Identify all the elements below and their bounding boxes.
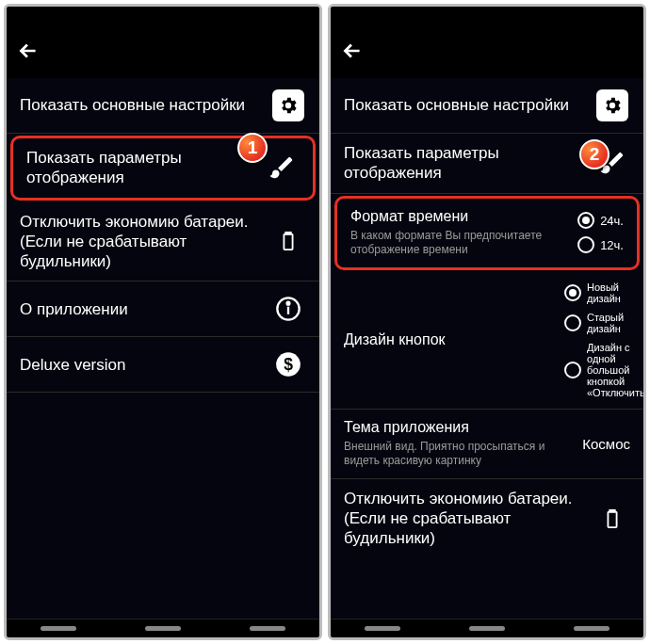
row-label: О приложении (20, 299, 270, 319)
row-label: Показать параметры отображения (344, 143, 594, 184)
row-theme[interactable]: Тема приложения Внешний вид. Приятно про… (331, 410, 643, 479)
row-label: Показать параметры отображения (26, 148, 264, 188)
radio-label: Дизайн с одной большой кнопкой «Отключит… (587, 342, 643, 398)
svg-rect-7 (608, 511, 616, 527)
row-deluxe[interactable]: Deluxe version $ (7, 337, 319, 393)
battery-icon (270, 223, 306, 259)
radio-icon (564, 284, 581, 301)
settings-list: Показать основные настройки Показать пар… (331, 78, 643, 619)
radio-label: Старый дизайн (587, 312, 630, 334)
dollar-icon: $ (270, 346, 306, 382)
row-display-params[interactable]: Показать параметры отображения 2 (331, 134, 643, 194)
row-label: Отключить экономию батареи. (Если не сра… (344, 489, 594, 549)
setting-title: Тема приложения (344, 419, 575, 436)
radio-24h[interactable]: 24ч. (577, 212, 624, 229)
back-icon[interactable] (16, 39, 41, 70)
badge-2: 2 (579, 139, 609, 169)
radio-12h[interactable]: 12ч. (577, 236, 624, 253)
row-label: Показать основные настройки (20, 95, 270, 115)
row-battery[interactable]: Отключить экономию батареи. (Если не сра… (331, 479, 643, 558)
radio-label: Новый дизайн (587, 282, 630, 304)
setting-subtitle: В каком формате Вы предпочитаете отображ… (350, 229, 577, 258)
radio-big-off-design[interactable]: Дизайн с одной большой кнопкой «Отключит… (564, 342, 630, 398)
svg-text:$: $ (284, 355, 293, 374)
back-icon[interactable] (340, 39, 365, 70)
radio-icon (564, 314, 581, 331)
row-label: Отключить экономию батареи. (Если не сра… (20, 212, 270, 272)
setting-title: Формат времени (350, 208, 577, 225)
nav-back[interactable] (250, 626, 285, 631)
header (331, 29, 643, 78)
gear-icon (270, 88, 306, 123)
settings-list: Показать основные настройки Показать пар… (7, 78, 319, 619)
svg-point-4 (287, 302, 290, 305)
nav-home[interactable] (145, 626, 181, 631)
row-battery[interactable]: Отключить экономию батареи. (Если не сра… (7, 202, 319, 282)
info-icon (270, 291, 306, 327)
row-basic-settings[interactable]: Показать основные настройки (7, 78, 319, 134)
battery-icon (594, 501, 630, 537)
setting-subtitle: Внешний вид. Приятно просыпаться и видет… (344, 440, 575, 469)
row-label: Deluxe version (20, 355, 270, 375)
radio-label: 12ч. (600, 238, 624, 252)
row-button-design[interactable]: Дизайн кнопок Новый дизайн Старый дизайн… (331, 272, 643, 410)
header (7, 29, 319, 78)
row-time-format[interactable]: Формат времени В каком формате Вы предпо… (334, 196, 640, 270)
navbar (331, 619, 643, 637)
row-basic-settings[interactable]: Показать основные настройки (331, 78, 643, 134)
radio-label: 24ч. (600, 214, 624, 228)
radio-new-design[interactable]: Новый дизайн (564, 282, 630, 304)
radio-group-time: 24ч. 12ч. (577, 212, 624, 253)
phone-right: Показать основные настройки Показать пар… (328, 4, 646, 640)
radio-old-design[interactable]: Старый дизайн (564, 312, 630, 334)
nav-back[interactable] (574, 626, 609, 631)
nav-home[interactable] (469, 626, 505, 631)
radio-icon (564, 362, 581, 378)
statusbar (331, 7, 643, 29)
row-display-params[interactable]: Показать параметры отображения 1 (10, 136, 316, 201)
badge-1: 1 (237, 133, 268, 163)
navbar (7, 619, 319, 637)
radio-group-design: Новый дизайн Старый дизайн Дизайн с одно… (564, 282, 630, 399)
svg-rect-8 (609, 509, 615, 511)
svg-rect-1 (285, 233, 291, 234)
setting-value: Космос (575, 436, 630, 452)
nav-recent[interactable] (41, 626, 76, 631)
row-about[interactable]: О приложении (7, 282, 319, 337)
radio-icon (577, 212, 594, 229)
brush-icon (264, 150, 300, 185)
statusbar (7, 7, 319, 29)
nav-recent[interactable] (365, 626, 400, 631)
row-label: Показать основные настройки (344, 95, 594, 115)
phone-left: Показать основные настройки Показать пар… (4, 4, 322, 640)
setting-title: Дизайн кнопок (344, 331, 564, 348)
svg-rect-0 (284, 234, 292, 250)
radio-icon (577, 236, 594, 253)
gear-icon (594, 88, 630, 123)
